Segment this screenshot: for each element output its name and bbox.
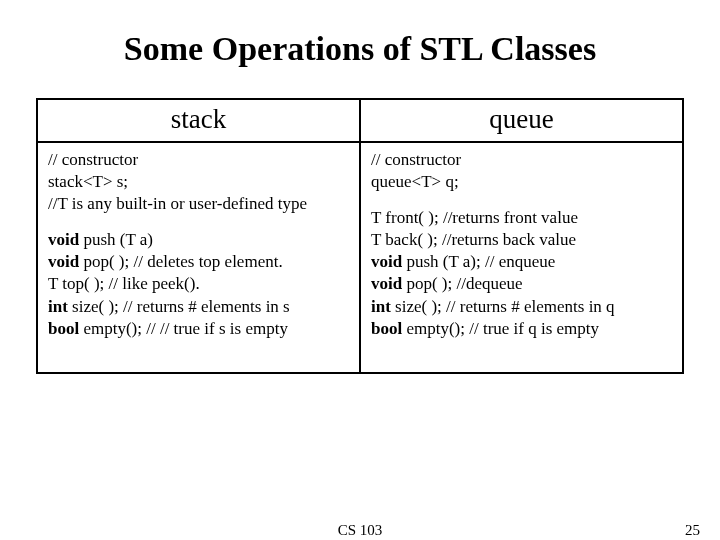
stack-ops-block: void push (T a) void pop( ); // deletes … xyxy=(48,229,349,339)
page-number: 25 xyxy=(685,522,700,539)
text-line: bool empty(); // true if q is empty xyxy=(371,318,672,340)
text: empty(); // true if q is empty xyxy=(402,319,599,338)
queue-ops-block: T front( ); //returns front value T back… xyxy=(371,207,672,340)
keyword: bool xyxy=(48,319,79,338)
keyword: void xyxy=(371,274,402,293)
text-line: bool empty(); // // true if s is empty xyxy=(48,318,349,340)
header-stack: stack xyxy=(37,99,360,142)
text-line: int size( ); // returns # elements in q xyxy=(371,296,672,318)
text-line: queue<T> q; xyxy=(371,171,672,193)
footer-course: CS 103 xyxy=(338,522,383,539)
comparison-table: stack queue // constructor stack<T> s; /… xyxy=(36,98,684,374)
text-line: void pop( ); //dequeue xyxy=(371,273,672,295)
text: size( ); // returns # elements in q xyxy=(391,297,615,316)
text-line: T top( ); // like peek(). xyxy=(48,273,349,295)
slide-title: Some Operations of STL Classes xyxy=(36,30,684,68)
keyword: void xyxy=(48,230,79,249)
keyword: int xyxy=(371,297,391,316)
text: push (T a); // enqueue xyxy=(402,252,555,271)
text-line: int size( ); // returns # elements in s xyxy=(48,296,349,318)
text-line: T back( ); //returns back value xyxy=(371,229,672,251)
text-line: stack<T> s; xyxy=(48,171,349,193)
stack-constructor-block: // constructor stack<T> s; //T is any bu… xyxy=(48,149,349,215)
text-line: T front( ); //returns front value xyxy=(371,207,672,229)
cell-queue: // constructor queue<T> q; T front( ); /… xyxy=(360,142,683,373)
text-line: //T is any built-in or user-defined type xyxy=(48,193,349,215)
text: pop( ); //dequeue xyxy=(402,274,522,293)
cell-stack: // constructor stack<T> s; //T is any bu… xyxy=(37,142,360,373)
queue-constructor-block: // constructor queue<T> q; xyxy=(371,149,672,193)
text: push (T a) xyxy=(79,230,153,249)
text-line: // constructor xyxy=(48,149,349,171)
text: empty(); // // true if s is empty xyxy=(79,319,288,338)
text-line: void push (T a); // enqueue xyxy=(371,251,672,273)
text: pop( ); // deletes top element. xyxy=(79,252,282,271)
text-line: void pop( ); // deletes top element. xyxy=(48,251,349,273)
text-line: // constructor xyxy=(371,149,672,171)
keyword: bool xyxy=(371,319,402,338)
header-queue: queue xyxy=(360,99,683,142)
text-line: void push (T a) xyxy=(48,229,349,251)
text: size( ); // returns # elements in s xyxy=(68,297,290,316)
keyword: void xyxy=(48,252,79,271)
keyword: int xyxy=(48,297,68,316)
keyword: void xyxy=(371,252,402,271)
